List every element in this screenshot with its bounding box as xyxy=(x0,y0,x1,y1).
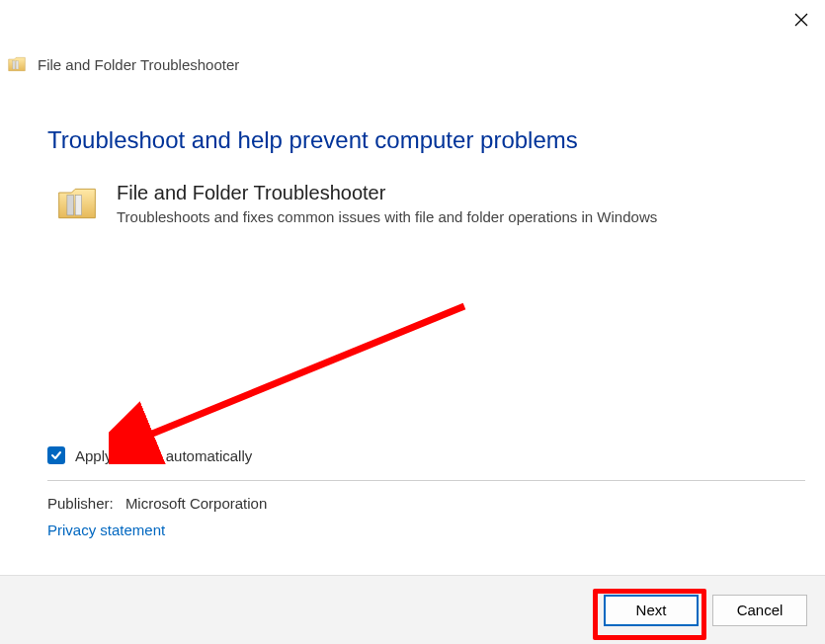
privacy-statement-link[interactable]: Privacy statement xyxy=(47,522,805,538)
publisher-label: Publisher: xyxy=(47,495,114,512)
window-title: File and Folder Troubleshooter xyxy=(38,56,239,73)
svg-rect-5 xyxy=(75,196,81,215)
publisher-value: Microsoft Corporation xyxy=(125,495,267,512)
svg-rect-2 xyxy=(13,61,15,69)
tool-description: Troubleshoots and fixes common issues wi… xyxy=(117,208,657,225)
annotation-arrow xyxy=(109,296,484,464)
tool-title: File and Folder Troubleshooter xyxy=(117,182,657,204)
page-heading: Troubleshoot and help prevent computer p… xyxy=(47,126,805,154)
folder-icon xyxy=(55,182,99,225)
content-area: Troubleshoot and help prevent computer p… xyxy=(47,126,805,225)
svg-rect-3 xyxy=(16,61,19,69)
checkbox-box xyxy=(47,446,65,464)
svg-line-7 xyxy=(140,306,464,439)
tool-summary: File and Folder Troubleshooter Troublesh… xyxy=(55,182,805,225)
checkmark-icon xyxy=(50,449,62,461)
cancel-button[interactable]: Cancel xyxy=(712,595,807,626)
apply-repairs-checkbox[interactable]: Apply repairs automatically xyxy=(47,446,805,464)
folder-icon xyxy=(6,54,28,74)
footer: Next Cancel xyxy=(0,575,825,644)
svg-rect-4 xyxy=(67,196,73,215)
publisher-row: Publisher: Microsoft Corporation xyxy=(47,495,805,512)
options-block: Apply repairs automatically Publisher: M… xyxy=(47,446,805,538)
divider xyxy=(47,480,805,481)
checkbox-label: Apply repairs automatically xyxy=(75,447,252,464)
close-button[interactable] xyxy=(787,6,815,34)
window-titlebar: File and Folder Troubleshooter xyxy=(6,54,239,74)
next-button[interactable]: Next xyxy=(604,595,699,626)
close-icon xyxy=(794,13,808,27)
